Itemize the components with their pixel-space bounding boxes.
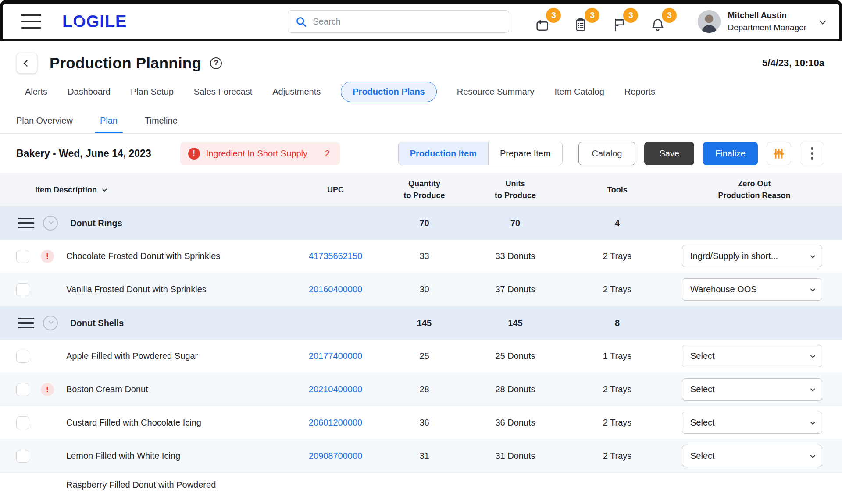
upc-link[interactable]: 20908700000 <box>309 451 362 461</box>
zero-out-reason-select[interactable]: Select <box>682 345 822 367</box>
save-button[interactable]: Save <box>644 142 694 165</box>
row-checkbox[interactable] <box>16 250 29 263</box>
table-row: ! Apple Filled with Powdered Sugar 20177… <box>0 340 842 373</box>
alert-label: Ingredient In Short Supply <box>206 149 307 159</box>
group-tools: 4 <box>568 218 667 228</box>
tab-dashboard[interactable]: Dashboard <box>68 87 111 97</box>
title-row: Production Planning ? 5/4/23, 10:10a <box>0 41 842 77</box>
tools-value: 2 Trays <box>568 451 667 461</box>
notification-badge: 3 <box>585 8 599 23</box>
quantity-value: 31 <box>386 451 463 461</box>
item-name: Vanilla Frosted Donut with Sprinkles <box>66 284 207 295</box>
table-header: Item DescriptionUPCQuantityto ProduceUni… <box>0 173 842 206</box>
upc-link[interactable]: 41735662150 <box>309 251 362 261</box>
page-datetime: 5/4/23, 10:10a <box>762 57 824 69</box>
quantity-value: 25 <box>386 351 463 361</box>
tab-resource-summary[interactable]: Resource Summary <box>457 87 535 97</box>
tab-plan-setup[interactable]: Plan Setup <box>131 87 174 97</box>
table-row: ! Vanilla Frosted Donut with Sprinkles 2… <box>0 273 842 306</box>
ingredient-alert-banner[interactable]: ! Ingredient In Short Supply 2 <box>180 142 340 165</box>
row-checkbox[interactable] <box>16 450 29 463</box>
toolbar: Bakery - Wed, June 14, 2023 ! Ingredient… <box>0 134 842 173</box>
tab-production-plans[interactable]: Production Plans <box>341 82 436 102</box>
zero-out-reason-select[interactable]: Warehouse OOS <box>682 278 822 301</box>
upc-link[interactable]: 20177400000 <box>309 351 362 361</box>
tab-adjustments[interactable]: Adjustments <box>272 87 321 97</box>
group-quantity: 70 <box>386 218 463 228</box>
quantity-value: 28 <box>386 384 463 394</box>
zero-out-reason-select[interactable]: Select <box>682 445 822 467</box>
column-header-tools: Tools <box>568 184 667 196</box>
row-checkbox[interactable] <box>16 283 29 296</box>
user-menu[interactable]: Mitchell Austin Department Manager <box>698 9 824 33</box>
units-value: 25 Donuts <box>463 351 568 361</box>
group-row: Donut Shells 145 145 8 <box>0 306 842 340</box>
row-checkbox[interactable] <box>16 383 29 396</box>
segment-prepare-item[interactable]: Prepare Item <box>489 142 562 165</box>
group-name: Donut Shells <box>70 318 124 328</box>
sort-chevron-icon <box>102 187 107 192</box>
catalog-button[interactable]: Catalog <box>578 142 636 165</box>
alert-count: 2 <box>325 149 330 159</box>
column-header-zero-out-production-reason: Zero OutProduction Reason <box>667 178 842 202</box>
more-actions-button[interactable] <box>800 142 824 165</box>
drag-handle-icon[interactable] <box>18 318 34 329</box>
item-name: Raspberry Filled Donut with Powdered <box>66 480 216 490</box>
chevron-down-icon <box>810 419 815 424</box>
package-button[interactable]: 3 <box>535 11 554 32</box>
zero-out-reason-select[interactable]: Ingrd/Supply in short... <box>682 245 822 267</box>
sub-tabs: Plan OverviewPlanTimeline <box>0 108 842 134</box>
clipboard-button[interactable]: 3 <box>573 11 592 32</box>
finalize-button[interactable]: Finalize <box>703 142 758 165</box>
column-header-quantity-to-produce: Quantityto Produce <box>386 178 463 202</box>
upc-link[interactable]: 20601200000 <box>309 418 362 428</box>
segment-production-item[interactable]: Production Item <box>399 142 489 165</box>
tab-sales-forecast[interactable]: Sales Forecast <box>194 87 252 97</box>
units-value: 33 Donuts <box>463 251 568 261</box>
tab-alerts[interactable]: Alerts <box>25 87 47 97</box>
table-row: ! Chocolate Frosted Donut with Sprinkles… <box>0 240 842 273</box>
notification-badge: 3 <box>623 8 638 23</box>
chevron-down-icon <box>810 386 815 391</box>
table-row: ! Lemon Filled with White Icing 20908700… <box>0 440 842 473</box>
help-icon[interactable]: ? <box>210 57 222 69</box>
subtab-plan[interactable]: Plan <box>100 108 118 133</box>
row-checkbox[interactable] <box>16 350 29 363</box>
item-name: Chocolate Frosted Donut with Sprinkles <box>66 251 220 261</box>
chevron-down-icon <box>810 253 815 258</box>
group-units: 70 <box>463 218 568 228</box>
chevron-down-icon <box>819 18 826 25</box>
subtab-timeline[interactable]: Timeline <box>145 108 178 133</box>
tools-value: 2 Trays <box>568 251 667 261</box>
notification-badge: 3 <box>546 8 561 23</box>
item-name: Custard Filled with Chocolate Icing <box>66 418 201 428</box>
upc-link[interactable]: 20160400000 <box>309 284 362 295</box>
filter-button[interactable] <box>767 142 791 165</box>
subtab-plan-overview[interactable]: Plan Overview <box>16 108 73 133</box>
bell-button[interactable]: 3 <box>650 11 670 32</box>
error-icon: ! <box>188 148 200 160</box>
hamburger-menu-icon[interactable] <box>21 14 41 29</box>
column-header-item-description[interactable]: Item Description <box>0 184 285 196</box>
avatar <box>698 10 721 33</box>
context-title: Bakery - Wed, June 14, 2023 <box>16 148 151 160</box>
drag-handle-icon[interactable] <box>18 218 34 229</box>
zero-out-reason-select[interactable]: Select <box>682 412 822 434</box>
tab-reports[interactable]: Reports <box>624 87 655 97</box>
flag-button[interactable]: 3 <box>612 11 631 32</box>
upc-link[interactable]: 20210400000 <box>309 384 362 394</box>
search-input[interactable] <box>313 17 509 27</box>
item-name: Lemon Filled with White Icing <box>66 451 180 461</box>
notification-icons: 3333 <box>535 11 670 32</box>
zero-out-reason-select[interactable]: Select <box>682 378 822 401</box>
back-button[interactable] <box>16 53 37 74</box>
tab-item-catalog[interactable]: Item Catalog <box>554 87 604 97</box>
collapse-chevron-icon[interactable] <box>43 216 58 231</box>
collapse-chevron-icon[interactable] <box>43 316 58 330</box>
tools-value: 2 Trays <box>568 384 667 394</box>
chevron-down-icon <box>810 353 815 358</box>
search-bar[interactable] <box>288 10 509 33</box>
row-checkbox[interactable] <box>16 416 29 429</box>
quantity-value: 33 <box>386 251 463 261</box>
main-tabs: AlertsDashboardPlan SetupSales ForecastA… <box>0 77 842 108</box>
